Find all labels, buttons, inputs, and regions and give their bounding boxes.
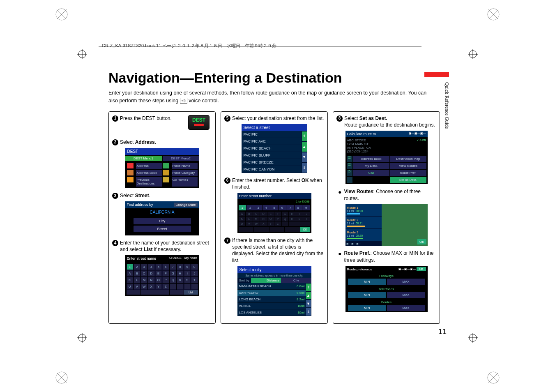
voice-icon: «§ xyxy=(180,98,187,104)
step-8-text: Select Set as Dest.Route guidance to the… xyxy=(344,115,436,128)
screen-select-street: Select a street PACIFIC PACIFIC AVE PACI… xyxy=(242,124,307,173)
print-mark-icon xyxy=(53,6,70,23)
scroll-down-icon: ▼ xyxy=(302,152,307,163)
step-2-text: Select Address. xyxy=(120,139,212,145)
screen-enter-street: Enter street nameCHANGE Say Name 1234567… xyxy=(125,255,199,296)
scroll-bottom-icon: ⇓ xyxy=(302,162,307,173)
step-5-text: Select your destination street from the … xyxy=(232,115,324,122)
print-mark-icon xyxy=(485,369,502,386)
registration-icon xyxy=(77,333,87,343)
step-4-num: 4 xyxy=(112,240,118,246)
registration-icon xyxy=(468,333,478,343)
page-title: Navigation—Entering a Destination xyxy=(108,70,440,86)
bullet-view-routes: View Routes: Choose one of three routes. xyxy=(344,188,435,202)
step-4-text: Enter the name of your destination stree… xyxy=(120,240,212,253)
step-7-text: If there is more than one city with the … xyxy=(232,237,324,264)
side-label: Quick Reference Guide xyxy=(444,82,450,129)
step-7-num: 7 xyxy=(224,238,230,244)
header-meta: CR-Z_KA-31SZT820.book 11 ページ ２０１２年８月１５日 … xyxy=(102,43,276,49)
screen-find-address: Find address byChange State CALIFORNIA C… xyxy=(125,201,199,235)
bullet-route-pref: Route Pref.: Choose MAX or MIN for the t… xyxy=(344,250,435,264)
column-1: 1Press the DEST button. DEST 2Select Add… xyxy=(108,111,216,324)
screen-street-number: Enter street number 1 to 45699 123456789… xyxy=(237,193,311,233)
step-2-num: 2 xyxy=(112,139,118,145)
scroll-top-icon: ⇑ xyxy=(302,131,307,142)
column-2: 5Select your destination street from the… xyxy=(221,111,328,324)
step-1-num: 1 xyxy=(112,115,118,122)
intro-text: Enter your destination using one of seve… xyxy=(108,89,433,105)
bullet-icon: ● xyxy=(338,250,341,264)
step-5-num: 5 xyxy=(224,115,230,122)
print-mark-icon xyxy=(53,369,70,386)
dest-button-graphic: DEST xyxy=(188,115,210,130)
print-mark-icon xyxy=(485,6,502,23)
bullet-icon: ● xyxy=(338,188,341,202)
screen-select-city: Select a city Same address appears in mo… xyxy=(237,266,311,316)
step-6-text: Enter the street number. Select OK when … xyxy=(232,177,324,190)
registration-icon xyxy=(77,49,87,59)
screen-route-pref: Route preference▣—▣—▣— OK FreewaysMINMAX… xyxy=(345,266,428,312)
map-preview: OK xyxy=(382,204,428,246)
step-6-num: 6 xyxy=(224,178,230,184)
screen-dest-menu: DEST DEST Menu1DEST Menu2 Address Place … xyxy=(125,148,199,188)
step-3-num: 3 xyxy=(112,193,118,199)
step-3-text: Select Street. xyxy=(120,192,212,199)
scroll-up-icon: ▲ xyxy=(302,141,307,152)
column-3: 8Select Set as Dest.Route guidance to th… xyxy=(333,111,440,324)
registration-icon xyxy=(468,49,478,59)
step-8-num: 8 xyxy=(336,115,343,122)
screen-view-routes: Route 111 mi00:20 Route 211 mi00:21 Rout… xyxy=(345,204,428,246)
screen-calculate-route: Calculate route to▣—▣—▣— ABC STORE 1234 … xyxy=(345,131,428,184)
